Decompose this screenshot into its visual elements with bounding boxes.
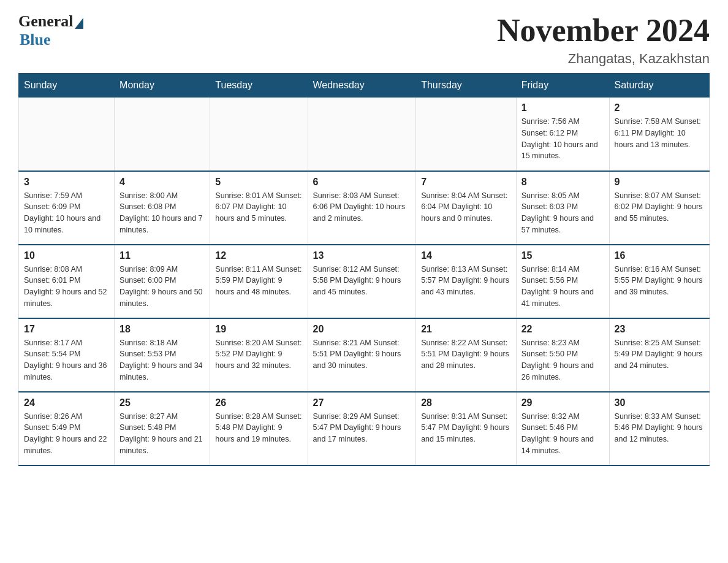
day-number: 2	[615, 102, 704, 113]
day-info: Sunrise: 7:56 AM Sunset: 6:12 PM Dayligh…	[521, 116, 604, 162]
day-info: Sunrise: 8:03 AM Sunset: 6:06 PM Dayligh…	[313, 190, 411, 224]
header-row: SundayMondayTuesdayWednesdayThursdayFrid…	[19, 74, 710, 98]
logo-blue-text: Blue	[20, 31, 51, 49]
day-number: 15	[521, 250, 604, 261]
week-row-3: 10Sunrise: 8:08 AM Sunset: 6:01 PM Dayli…	[19, 245, 710, 318]
day-cell: 19Sunrise: 8:20 AM Sunset: 5:52 PM Dayli…	[210, 318, 308, 392]
day-number: 8	[521, 177, 604, 188]
day-cell: 25Sunrise: 8:27 AM Sunset: 5:48 PM Dayli…	[115, 392, 210, 465]
day-cell: 18Sunrise: 8:18 AM Sunset: 5:53 PM Dayli…	[115, 318, 210, 392]
day-info: Sunrise: 8:22 AM Sunset: 5:51 PM Dayligh…	[421, 337, 511, 372]
day-cell: 3Sunrise: 7:59 AM Sunset: 6:09 PM Daylig…	[19, 171, 115, 245]
day-number: 3	[24, 177, 109, 188]
logo-general-text: General	[18, 12, 74, 31]
day-info: Sunrise: 8:05 AM Sunset: 6:03 PM Dayligh…	[521, 190, 604, 236]
day-number: 5	[215, 177, 302, 188]
day-info: Sunrise: 8:11 AM Sunset: 5:59 PM Dayligh…	[215, 264, 302, 298]
day-cell: 17Sunrise: 8:17 AM Sunset: 5:54 PM Dayli…	[19, 318, 115, 392]
day-cell: 30Sunrise: 8:33 AM Sunset: 5:46 PM Dayli…	[609, 392, 709, 465]
week-row-4: 17Sunrise: 8:17 AM Sunset: 5:54 PM Dayli…	[19, 318, 710, 392]
day-number: 17	[24, 324, 109, 335]
day-cell	[19, 98, 115, 171]
day-info: Sunrise: 8:25 AM Sunset: 5:49 PM Dayligh…	[615, 337, 704, 372]
day-info: Sunrise: 8:28 AM Sunset: 5:48 PM Dayligh…	[215, 411, 302, 445]
day-cell	[210, 98, 308, 171]
day-info: Sunrise: 8:27 AM Sunset: 5:48 PM Dayligh…	[119, 411, 205, 457]
day-number: 10	[24, 250, 109, 261]
day-number: 9	[615, 177, 704, 188]
day-number: 16	[615, 250, 704, 261]
day-info: Sunrise: 8:29 AM Sunset: 5:47 PM Dayligh…	[313, 411, 411, 445]
day-number: 13	[313, 250, 411, 261]
day-info: Sunrise: 8:18 AM Sunset: 5:53 PM Dayligh…	[119, 337, 205, 383]
day-number: 4	[119, 177, 205, 188]
day-cell: 26Sunrise: 8:28 AM Sunset: 5:48 PM Dayli…	[210, 392, 308, 465]
day-cell: 1Sunrise: 7:56 AM Sunset: 6:12 PM Daylig…	[516, 98, 609, 171]
title-block: November 2024 Zhangatas, Kazakhstan	[497, 12, 710, 67]
day-info: Sunrise: 7:59 AM Sunset: 6:09 PM Dayligh…	[24, 190, 109, 236]
day-cell: 22Sunrise: 8:23 AM Sunset: 5:50 PM Dayli…	[516, 318, 609, 392]
day-cell: 10Sunrise: 8:08 AM Sunset: 6:01 PM Dayli…	[19, 245, 115, 318]
day-info: Sunrise: 8:26 AM Sunset: 5:49 PM Dayligh…	[24, 411, 109, 457]
day-info: Sunrise: 8:01 AM Sunset: 6:07 PM Dayligh…	[215, 190, 302, 224]
day-cell: 6Sunrise: 8:03 AM Sunset: 6:06 PM Daylig…	[308, 171, 416, 245]
header-cell-monday: Monday	[115, 74, 210, 98]
day-cell: 15Sunrise: 8:14 AM Sunset: 5:56 PM Dayli…	[516, 245, 609, 318]
day-info: Sunrise: 8:13 AM Sunset: 5:57 PM Dayligh…	[421, 264, 511, 298]
day-number: 27	[313, 397, 411, 408]
logo: General Blue	[18, 12, 83, 49]
calendar-body: 1Sunrise: 7:56 AM Sunset: 6:12 PM Daylig…	[19, 98, 710, 465]
calendar-subtitle: Zhangatas, Kazakhstan	[497, 51, 710, 67]
day-cell: 29Sunrise: 8:32 AM Sunset: 5:46 PM Dayli…	[516, 392, 609, 465]
day-cell: 5Sunrise: 8:01 AM Sunset: 6:07 PM Daylig…	[210, 171, 308, 245]
header-cell-wednesday: Wednesday	[308, 74, 416, 98]
day-cell: 20Sunrise: 8:21 AM Sunset: 5:51 PM Dayli…	[308, 318, 416, 392]
day-number: 28	[421, 397, 511, 408]
day-cell: 16Sunrise: 8:16 AM Sunset: 5:55 PM Dayli…	[609, 245, 709, 318]
day-number: 6	[313, 177, 411, 188]
day-cell: 28Sunrise: 8:31 AM Sunset: 5:47 PM Dayli…	[416, 392, 517, 465]
day-cell: 2Sunrise: 7:58 AM Sunset: 6:11 PM Daylig…	[609, 98, 709, 171]
day-number: 29	[521, 397, 604, 408]
day-info: Sunrise: 8:33 AM Sunset: 5:46 PM Dayligh…	[615, 411, 704, 445]
header-cell-friday: Friday	[516, 74, 609, 98]
day-info: Sunrise: 8:31 AM Sunset: 5:47 PM Dayligh…	[421, 411, 511, 445]
day-number: 30	[615, 397, 704, 408]
day-info: Sunrise: 8:04 AM Sunset: 6:04 PM Dayligh…	[421, 190, 511, 224]
logo-triangle-icon	[75, 18, 83, 29]
week-row-1: 1Sunrise: 7:56 AM Sunset: 6:12 PM Daylig…	[19, 98, 710, 171]
day-info: Sunrise: 8:00 AM Sunset: 6:08 PM Dayligh…	[119, 190, 205, 236]
header-cell-saturday: Saturday	[609, 74, 709, 98]
day-cell: 14Sunrise: 8:13 AM Sunset: 5:57 PM Dayli…	[416, 245, 517, 318]
day-number: 21	[421, 324, 511, 335]
day-info: Sunrise: 8:21 AM Sunset: 5:51 PM Dayligh…	[313, 337, 411, 372]
day-info: Sunrise: 7:58 AM Sunset: 6:11 PM Dayligh…	[615, 116, 704, 150]
day-number: 26	[215, 397, 302, 408]
day-number: 25	[119, 397, 205, 408]
day-number: 22	[521, 324, 604, 335]
day-number: 23	[615, 324, 704, 335]
day-cell	[308, 98, 416, 171]
day-cell: 4Sunrise: 8:00 AM Sunset: 6:08 PM Daylig…	[115, 171, 210, 245]
day-number: 12	[215, 250, 302, 261]
day-cell: 23Sunrise: 8:25 AM Sunset: 5:49 PM Dayli…	[609, 318, 709, 392]
day-cell	[416, 98, 517, 171]
day-cell: 12Sunrise: 8:11 AM Sunset: 5:59 PM Dayli…	[210, 245, 308, 318]
day-number: 1	[521, 102, 604, 113]
day-cell: 27Sunrise: 8:29 AM Sunset: 5:47 PM Dayli…	[308, 392, 416, 465]
header-cell-thursday: Thursday	[416, 74, 517, 98]
day-number: 11	[119, 250, 205, 261]
day-info: Sunrise: 8:23 AM Sunset: 5:50 PM Dayligh…	[521, 337, 604, 383]
day-number: 19	[215, 324, 302, 335]
day-cell: 24Sunrise: 8:26 AM Sunset: 5:49 PM Dayli…	[19, 392, 115, 465]
day-info: Sunrise: 8:07 AM Sunset: 6:02 PM Dayligh…	[615, 190, 704, 224]
day-info: Sunrise: 8:08 AM Sunset: 6:01 PM Dayligh…	[24, 264, 109, 310]
day-number: 24	[24, 397, 109, 408]
calendar-header: SundayMondayTuesdayWednesdayThursdayFrid…	[19, 74, 710, 98]
week-row-2: 3Sunrise: 7:59 AM Sunset: 6:09 PM Daylig…	[19, 171, 710, 245]
header-cell-sunday: Sunday	[19, 74, 115, 98]
day-info: Sunrise: 8:12 AM Sunset: 5:58 PM Dayligh…	[313, 264, 411, 298]
calendar-title: November 2024	[497, 12, 710, 48]
day-cell: 13Sunrise: 8:12 AM Sunset: 5:58 PM Dayli…	[308, 245, 416, 318]
day-cell: 8Sunrise: 8:05 AM Sunset: 6:03 PM Daylig…	[516, 171, 609, 245]
